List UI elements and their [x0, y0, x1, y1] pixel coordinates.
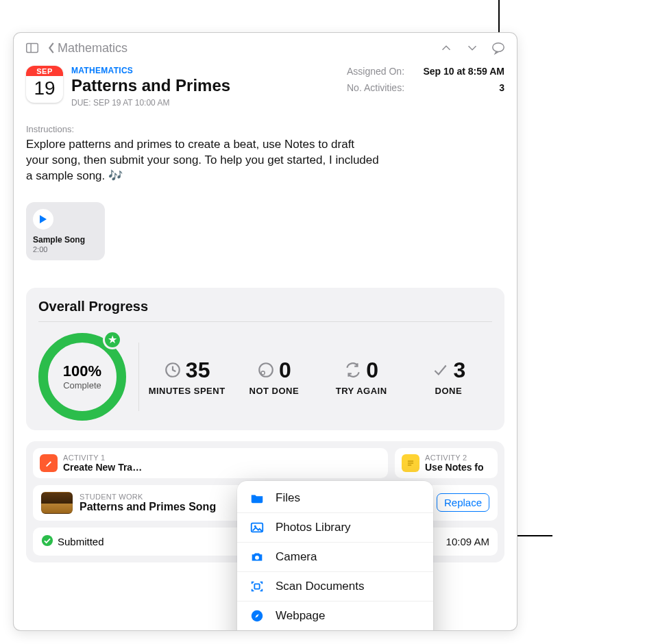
activity-2-label: ACTIVITY 2 [425, 454, 484, 462]
menu-item-webpage[interactable]: Webpage [237, 601, 433, 630]
svg-line-8 [263, 373, 264, 374]
stat-minutes: 35 MINUTES SPENT [143, 358, 230, 396]
calendar-month: SEP [26, 66, 63, 76]
stat-done-value: 3 [453, 358, 465, 383]
assigned-on-value: Sep 10 at 8:59 AM [423, 66, 504, 77]
retry-icon [344, 361, 362, 379]
camera-icon [248, 549, 266, 565]
divider [138, 343, 139, 411]
assignment-title: Patterns and Primes [71, 76, 339, 95]
folder-icon [248, 491, 266, 506]
stat-notdone: 0 NOT DONE [230, 358, 317, 396]
stat-tryagain-value: 0 [366, 358, 378, 383]
notdone-icon [257, 361, 275, 379]
subject-eyebrow: MATHEMATICS [71, 66, 339, 75]
stat-done-label: DONE [405, 386, 492, 396]
attachment-duration: 2:00 [33, 245, 98, 253]
divider [38, 321, 492, 322]
svg-point-2 [493, 43, 504, 52]
status-text: Submitted [58, 536, 104, 547]
instructions-label: Instructions: [14, 114, 517, 137]
back-label: Mathematics [58, 41, 127, 55]
svg-point-5 [259, 364, 273, 377]
song-thumbnail [41, 492, 73, 514]
progress-title: Overall Progress [38, 299, 492, 314]
clock-icon [164, 361, 182, 379]
menu-item-photos[interactable]: Photos Library [237, 512, 433, 542]
progress-complete-label: Complete [63, 380, 101, 391]
stat-minutes-value: 35 [186, 358, 210, 383]
toolbar: Mathematics [14, 33, 517, 63]
svg-marker-3 [40, 215, 47, 223]
menu-label: Files [276, 491, 300, 505]
sidebar-toggle-icon[interactable] [21, 36, 44, 60]
assignment-header: SEP 19 MATHEMATICS Patterns and Primes D… [14, 63, 517, 114]
menu-label: Camera [276, 550, 317, 564]
app-window: Mathematics SEP 19 MATHEMATICS Patterns … [14, 33, 517, 630]
activities-label: No. Activities: [347, 82, 404, 93]
menu-label: Photos Library [276, 521, 351, 534]
menu-label: Webpage [276, 609, 325, 623]
svg-rect-16 [254, 584, 259, 589]
menu-item-camera[interactable]: Camera [237, 542, 433, 571]
svg-point-12 [42, 535, 53, 546]
next-icon[interactable] [461, 36, 484, 60]
menu-label: Scan Documents [276, 580, 364, 593]
progress-card: Overall Progress ★ 100% Complete 35 MINU… [26, 288, 504, 430]
svg-rect-0 [27, 44, 38, 53]
check-icon [431, 361, 449, 379]
scan-icon [248, 579, 266, 594]
stat-tryagain-label: TRY AGAIN [318, 386, 405, 396]
attachment-name: Sample Song [33, 235, 98, 245]
activity-2-name: Use Notes fo [425, 462, 484, 473]
activity-1-label: ACTIVITY 1 [63, 454, 142, 462]
activity-item-1[interactable]: ACTIVITY 1 Create New Tra… [33, 448, 388, 478]
safari-icon [248, 608, 266, 623]
stat-done: 3 DONE [405, 358, 492, 396]
garageband-icon [40, 454, 58, 472]
status-time: 10:09 AM [446, 536, 489, 547]
progress-percent: 100% [63, 362, 101, 380]
svg-point-15 [255, 556, 259, 560]
due-text: DUE: SEP 19 AT 10:00 AM [71, 98, 339, 108]
activity-1-name: Create New Tra… [63, 462, 142, 473]
previous-icon[interactable] [435, 36, 458, 60]
photo-icon [248, 520, 266, 535]
calendar-day: 19 [26, 76, 63, 101]
notes-icon [402, 454, 419, 472]
attachment-source-popover: Files Photos Library Camera Scan Documen… [237, 481, 433, 630]
menu-item-files[interactable]: Files [237, 484, 433, 512]
assigned-on-label: Assigned On: [347, 66, 404, 77]
activity-item-2[interactable]: ACTIVITY 2 Use Notes fo [395, 448, 498, 478]
stat-tryagain: 0 TRY AGAIN [318, 358, 405, 396]
callout-line [498, 0, 500, 37]
progress-ring: ★ 100% Complete [38, 333, 126, 421]
attachment-card[interactable]: Sample Song 2:00 [26, 202, 105, 260]
play-icon[interactable] [33, 209, 53, 230]
stat-notdone-value: 0 [279, 358, 291, 383]
replace-button[interactable]: Replace [437, 493, 489, 512]
stat-minutes-label: MINUTES SPENT [143, 386, 230, 396]
menu-item-scan[interactable]: Scan Documents [237, 571, 433, 601]
success-check-icon [41, 534, 53, 549]
stat-notdone-label: NOT DONE [230, 386, 317, 396]
activities-value: 3 [499, 82, 504, 93]
messages-icon[interactable] [487, 36, 510, 60]
instructions-text: Explore patterns and primes to create a … [14, 137, 517, 191]
calendar-icon: SEP 19 [26, 66, 63, 103]
back-button[interactable]: Mathematics [47, 41, 127, 55]
